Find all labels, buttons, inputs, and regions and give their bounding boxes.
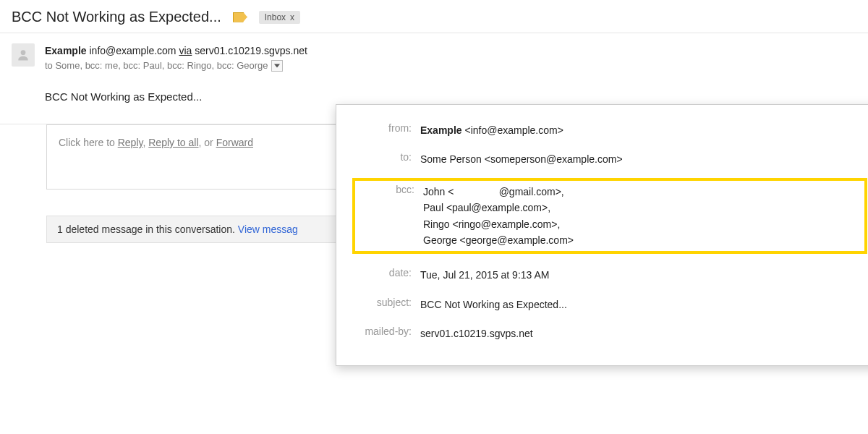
details-value-date: Tue, Jul 21, 2015 at 9:13 AM: [420, 267, 550, 283]
label-chip-remove-icon[interactable]: x: [290, 13, 294, 22]
reply-box-prefix: Click here to: [59, 137, 118, 148]
details-popover: from: Example <info@example.com> to: Som…: [336, 104, 868, 366]
sender-name: Example: [45, 45, 87, 56]
details-toggle[interactable]: [271, 60, 283, 72]
person-icon: [16, 48, 30, 62]
bcc-entry: Paul <paul@example.com>,: [423, 200, 574, 216]
details-label-mailedby: mailed-by:: [357, 326, 412, 337]
sender-address: info@example.com: [89, 45, 176, 56]
details-label-to: to:: [357, 151, 412, 163]
details-value-mailedby: serv01.c10219.sgvps.net: [420, 326, 533, 341]
message-body-preview: BCC Not Working as Expected...: [45, 89, 856, 106]
details-label-from: from:: [357, 122, 412, 134]
details-bcc-highlight: bcc: John < @gmail.com>, Paul <paul@exam…: [352, 178, 867, 255]
avatar: [12, 43, 35, 67]
svg-point-0: [21, 50, 26, 55]
recipients-summary: to Some, bcc: me, bcc: Paul, bcc: Ringo,…: [45, 59, 268, 73]
bcc-entry: John < @gmail.com>,: [423, 184, 574, 200]
details-label-bcc: bcc:: [359, 184, 414, 195]
bcc-entry: Ringo <ringo@example.com>,: [423, 216, 574, 232]
sender-line: Example info@example.com via serv01.c102…: [45, 43, 856, 59]
details-value-subject: BCC Not Working as Expected...: [420, 297, 567, 312]
details-value-from: Example <info@example.com>: [420, 122, 563, 138]
forward-link[interactable]: Forward: [216, 137, 253, 148]
bcc-entry: George <george@example.com>: [423, 232, 574, 248]
separator: , or: [199, 137, 216, 148]
details-value-bcc: John < @gmail.com>, Paul <paul@example.c…: [423, 184, 574, 249]
reply-link[interactable]: Reply: [118, 137, 143, 148]
importance-marker-icon[interactable]: [233, 12, 247, 22]
via-server: serv01.c10219.sgvps.net: [195, 45, 307, 56]
details-label-date: date:: [357, 267, 412, 278]
view-deleted-link[interactable]: View messag: [238, 224, 298, 235]
chevron-down-icon: [274, 64, 280, 68]
label-chip-text: Inbox: [265, 12, 286, 22]
deleted-messages-text: 1 deleted message in this conversation.: [57, 224, 238, 235]
via-label: via: [179, 45, 192, 56]
label-chip-inbox[interactable]: Inbox x: [259, 11, 300, 24]
reply-all-link[interactable]: Reply to all: [148, 137, 198, 148]
page-title: BCC Not Working as Expected...: [12, 9, 221, 25]
details-value-to: Some Person <someperson@example.com>: [420, 151, 623, 167]
details-label-subject: subject:: [357, 297, 412, 308]
